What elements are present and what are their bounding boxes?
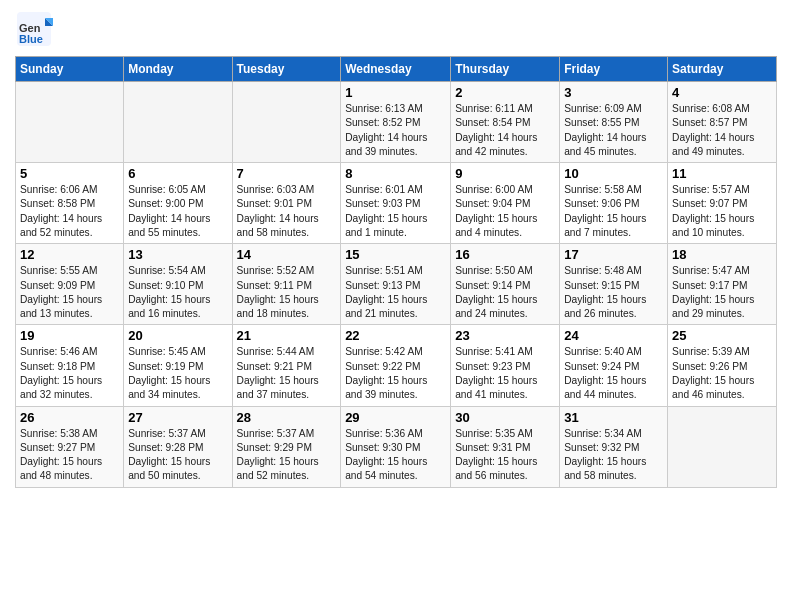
calendar-cell: 10Sunrise: 5:58 AM Sunset: 9:06 PM Dayli… xyxy=(560,163,668,244)
calendar-cell: 1Sunrise: 6:13 AM Sunset: 8:52 PM Daylig… xyxy=(341,82,451,163)
day-number: 9 xyxy=(455,166,555,181)
calendar-cell: 28Sunrise: 5:37 AM Sunset: 9:29 PM Dayli… xyxy=(232,406,341,487)
day-number: 7 xyxy=(237,166,337,181)
calendar-cell: 27Sunrise: 5:37 AM Sunset: 9:28 PM Dayli… xyxy=(124,406,232,487)
calendar-cell: 26Sunrise: 5:38 AM Sunset: 9:27 PM Dayli… xyxy=(16,406,124,487)
calendar-cell: 4Sunrise: 6:08 AM Sunset: 8:57 PM Daylig… xyxy=(668,82,777,163)
day-info: Sunrise: 6:09 AM Sunset: 8:55 PM Dayligh… xyxy=(564,102,663,159)
calendar-cell: 14Sunrise: 5:52 AM Sunset: 9:11 PM Dayli… xyxy=(232,244,341,325)
day-info: Sunrise: 6:01 AM Sunset: 9:03 PM Dayligh… xyxy=(345,183,446,240)
logo-icon: Gen Blue xyxy=(15,10,53,48)
calendar-cell: 12Sunrise: 5:55 AM Sunset: 9:09 PM Dayli… xyxy=(16,244,124,325)
day-number: 6 xyxy=(128,166,227,181)
day-info: Sunrise: 5:39 AM Sunset: 9:26 PM Dayligh… xyxy=(672,345,772,402)
day-number: 16 xyxy=(455,247,555,262)
svg-text:Blue: Blue xyxy=(19,33,43,45)
calendar-cell: 21Sunrise: 5:44 AM Sunset: 9:21 PM Dayli… xyxy=(232,325,341,406)
day-number: 30 xyxy=(455,410,555,425)
day-number: 11 xyxy=(672,166,772,181)
calendar-cell: 16Sunrise: 5:50 AM Sunset: 9:14 PM Dayli… xyxy=(451,244,560,325)
calendar-cell: 2Sunrise: 6:11 AM Sunset: 8:54 PM Daylig… xyxy=(451,82,560,163)
day-info: Sunrise: 6:03 AM Sunset: 9:01 PM Dayligh… xyxy=(237,183,337,240)
day-info: Sunrise: 6:00 AM Sunset: 9:04 PM Dayligh… xyxy=(455,183,555,240)
calendar-header-row: SundayMondayTuesdayWednesdayThursdayFrid… xyxy=(16,57,777,82)
calendar-cell: 5Sunrise: 6:06 AM Sunset: 8:58 PM Daylig… xyxy=(16,163,124,244)
day-info: Sunrise: 6:11 AM Sunset: 8:54 PM Dayligh… xyxy=(455,102,555,159)
day-info: Sunrise: 5:52 AM Sunset: 9:11 PM Dayligh… xyxy=(237,264,337,321)
header-monday: Monday xyxy=(124,57,232,82)
day-info: Sunrise: 5:38 AM Sunset: 9:27 PM Dayligh… xyxy=(20,427,119,484)
calendar-week-3: 12Sunrise: 5:55 AM Sunset: 9:09 PM Dayli… xyxy=(16,244,777,325)
day-info: Sunrise: 5:37 AM Sunset: 9:29 PM Dayligh… xyxy=(237,427,337,484)
day-info: Sunrise: 5:58 AM Sunset: 9:06 PM Dayligh… xyxy=(564,183,663,240)
day-number: 1 xyxy=(345,85,446,100)
day-number: 24 xyxy=(564,328,663,343)
day-number: 4 xyxy=(672,85,772,100)
day-number: 3 xyxy=(564,85,663,100)
day-info: Sunrise: 5:46 AM Sunset: 9:18 PM Dayligh… xyxy=(20,345,119,402)
day-number: 31 xyxy=(564,410,663,425)
day-number: 27 xyxy=(128,410,227,425)
calendar-week-4: 19Sunrise: 5:46 AM Sunset: 9:18 PM Dayli… xyxy=(16,325,777,406)
calendar-week-5: 26Sunrise: 5:38 AM Sunset: 9:27 PM Dayli… xyxy=(16,406,777,487)
day-number: 5 xyxy=(20,166,119,181)
calendar-cell: 30Sunrise: 5:35 AM Sunset: 9:31 PM Dayli… xyxy=(451,406,560,487)
calendar-cell: 20Sunrise: 5:45 AM Sunset: 9:19 PM Dayli… xyxy=(124,325,232,406)
calendar-cell: 17Sunrise: 5:48 AM Sunset: 9:15 PM Dayli… xyxy=(560,244,668,325)
day-info: Sunrise: 6:05 AM Sunset: 9:00 PM Dayligh… xyxy=(128,183,227,240)
calendar-cell: 6Sunrise: 6:05 AM Sunset: 9:00 PM Daylig… xyxy=(124,163,232,244)
day-number: 23 xyxy=(455,328,555,343)
day-info: Sunrise: 5:35 AM Sunset: 9:31 PM Dayligh… xyxy=(455,427,555,484)
header-saturday: Saturday xyxy=(668,57,777,82)
logo: Gen Blue xyxy=(15,10,55,48)
day-info: Sunrise: 5:41 AM Sunset: 9:23 PM Dayligh… xyxy=(455,345,555,402)
day-info: Sunrise: 5:34 AM Sunset: 9:32 PM Dayligh… xyxy=(564,427,663,484)
day-info: Sunrise: 5:36 AM Sunset: 9:30 PM Dayligh… xyxy=(345,427,446,484)
calendar-cell: 7Sunrise: 6:03 AM Sunset: 9:01 PM Daylig… xyxy=(232,163,341,244)
day-number: 26 xyxy=(20,410,119,425)
day-number: 2 xyxy=(455,85,555,100)
calendar-cell xyxy=(668,406,777,487)
calendar-cell: 9Sunrise: 6:00 AM Sunset: 9:04 PM Daylig… xyxy=(451,163,560,244)
day-info: Sunrise: 6:06 AM Sunset: 8:58 PM Dayligh… xyxy=(20,183,119,240)
day-number: 18 xyxy=(672,247,772,262)
day-number: 25 xyxy=(672,328,772,343)
day-number: 22 xyxy=(345,328,446,343)
day-number: 10 xyxy=(564,166,663,181)
day-info: Sunrise: 5:37 AM Sunset: 9:28 PM Dayligh… xyxy=(128,427,227,484)
day-info: Sunrise: 5:55 AM Sunset: 9:09 PM Dayligh… xyxy=(20,264,119,321)
calendar-cell: 8Sunrise: 6:01 AM Sunset: 9:03 PM Daylig… xyxy=(341,163,451,244)
calendar-cell xyxy=(232,82,341,163)
calendar-cell: 13Sunrise: 5:54 AM Sunset: 9:10 PM Dayli… xyxy=(124,244,232,325)
calendar-table: SundayMondayTuesdayWednesdayThursdayFrid… xyxy=(15,56,777,488)
calendar-cell: 18Sunrise: 5:47 AM Sunset: 9:17 PM Dayli… xyxy=(668,244,777,325)
calendar-cell xyxy=(124,82,232,163)
day-info: Sunrise: 5:42 AM Sunset: 9:22 PM Dayligh… xyxy=(345,345,446,402)
day-info: Sunrise: 6:13 AM Sunset: 8:52 PM Dayligh… xyxy=(345,102,446,159)
calendar-cell: 25Sunrise: 5:39 AM Sunset: 9:26 PM Dayli… xyxy=(668,325,777,406)
day-number: 19 xyxy=(20,328,119,343)
calendar-cell: 3Sunrise: 6:09 AM Sunset: 8:55 PM Daylig… xyxy=(560,82,668,163)
calendar-cell xyxy=(16,82,124,163)
page-header: Gen Blue xyxy=(15,10,777,48)
calendar-cell: 15Sunrise: 5:51 AM Sunset: 9:13 PM Dayli… xyxy=(341,244,451,325)
day-number: 28 xyxy=(237,410,337,425)
day-number: 15 xyxy=(345,247,446,262)
calendar-cell: 11Sunrise: 5:57 AM Sunset: 9:07 PM Dayli… xyxy=(668,163,777,244)
day-number: 13 xyxy=(128,247,227,262)
day-number: 21 xyxy=(237,328,337,343)
day-info: Sunrise: 5:54 AM Sunset: 9:10 PM Dayligh… xyxy=(128,264,227,321)
header-wednesday: Wednesday xyxy=(341,57,451,82)
day-info: Sunrise: 6:08 AM Sunset: 8:57 PM Dayligh… xyxy=(672,102,772,159)
header-tuesday: Tuesday xyxy=(232,57,341,82)
calendar-cell: 19Sunrise: 5:46 AM Sunset: 9:18 PM Dayli… xyxy=(16,325,124,406)
day-number: 14 xyxy=(237,247,337,262)
day-info: Sunrise: 5:50 AM Sunset: 9:14 PM Dayligh… xyxy=(455,264,555,321)
header-sunday: Sunday xyxy=(16,57,124,82)
calendar-week-2: 5Sunrise: 6:06 AM Sunset: 8:58 PM Daylig… xyxy=(16,163,777,244)
calendar-cell: 24Sunrise: 5:40 AM Sunset: 9:24 PM Dayli… xyxy=(560,325,668,406)
header-thursday: Thursday xyxy=(451,57,560,82)
header-friday: Friday xyxy=(560,57,668,82)
day-number: 12 xyxy=(20,247,119,262)
calendar-cell: 29Sunrise: 5:36 AM Sunset: 9:30 PM Dayli… xyxy=(341,406,451,487)
